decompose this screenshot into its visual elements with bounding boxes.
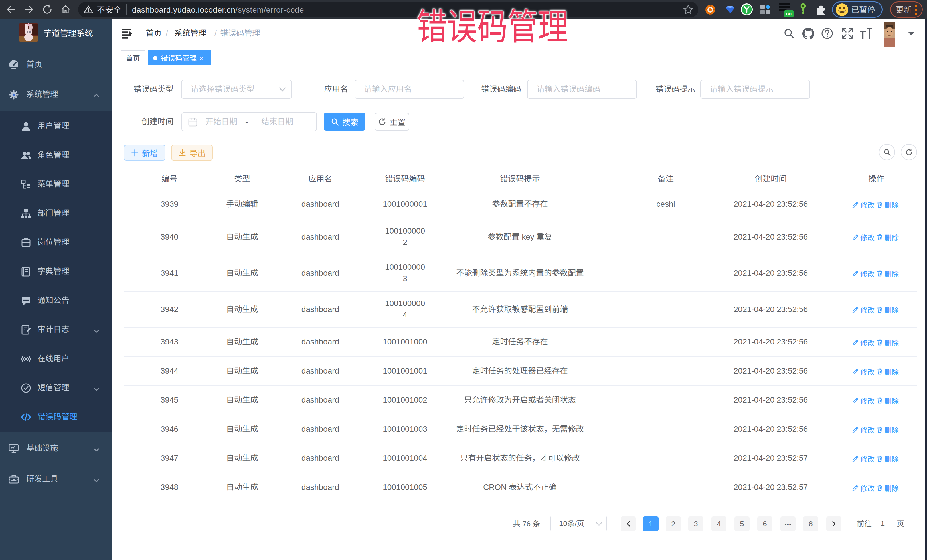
svg-text:on: on	[786, 11, 792, 16]
